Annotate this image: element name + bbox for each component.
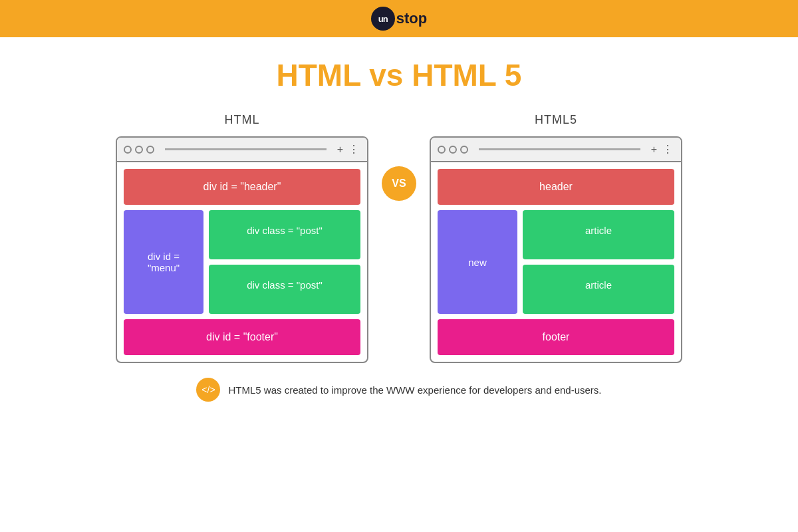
html5-side: HTML5 + ⋮ header new — [430, 113, 682, 363]
html-posts-col: div class = "post" div class = "post" — [209, 210, 360, 314]
code-icon: </> — [196, 378, 220, 402]
html-footer-block: div id = "footer" — [124, 319, 360, 355]
page-title: HTML vs HTML 5 — [277, 57, 522, 93]
html5-circle-1 — [438, 146, 446, 154]
browser-dots: ⋮ — [348, 143, 360, 156]
html5-browser-toolbar: + ⋮ — [431, 138, 681, 162]
html5-nav-block: new — [438, 210, 517, 314]
html5-browser-body: header new article article footer — [431, 162, 681, 362]
html5-article2-block: article — [523, 265, 674, 314]
html5-label: HTML5 — [430, 113, 682, 127]
circle-1 — [124, 146, 132, 154]
html-post1-block: div class = "post" — [209, 210, 360, 259]
comparison-area: HTML + ⋮ div id = "header" div id = "men — [40, 113, 758, 363]
html5-browser-mock: + ⋮ header new article article footer — [430, 136, 682, 363]
html5-circle-3 — [460, 146, 468, 154]
main-content: HTML vs HTML 5 HTML + ⋮ div id = "header… — [0, 37, 798, 532]
logo-text: stop — [396, 10, 427, 27]
html-middle-row: div id = "menu" div class = "post" div c… — [124, 210, 360, 314]
html5-article1-block: article — [523, 210, 674, 259]
html-side: HTML + ⋮ div id = "header" div id = "men — [116, 113, 368, 363]
logo: un stop — [371, 7, 427, 31]
html5-browser-circles — [438, 146, 468, 154]
html-post2-block: div class = "post" — [209, 265, 360, 314]
html5-browser-dots: ⋮ — [662, 143, 674, 156]
html-label: HTML — [116, 113, 368, 127]
html5-browser-plus: + — [651, 144, 657, 156]
footer-note-text: HTML5 was created to improve the WWW exp… — [228, 384, 601, 396]
html-browser-body: div id = "header" div id = "menu" div cl… — [117, 162, 367, 362]
footer-note: </> HTML5 was created to improve the WWW… — [196, 378, 601, 402]
html5-header-block: header — [438, 169, 674, 205]
html5-articles-col: article article — [523, 210, 674, 314]
logo-icon: un — [371, 7, 395, 31]
html5-url-bar — [479, 148, 640, 150]
html-browser-toolbar: + ⋮ — [117, 138, 367, 162]
circle-3 — [146, 146, 154, 154]
html-browser-circles — [124, 146, 154, 154]
browser-plus: + — [337, 144, 343, 156]
vs-badge: VS — [382, 166, 416, 201]
html-url-bar — [165, 148, 327, 150]
logo-circle-text: un — [378, 14, 388, 24]
circle-2 — [135, 146, 143, 154]
html-menu-block: div id = "menu" — [124, 210, 203, 314]
html-browser-mock: + ⋮ div id = "header" div id = "menu" di… — [116, 136, 368, 363]
html5-circle-2 — [449, 146, 457, 154]
html5-middle-row: new article article — [438, 210, 674, 314]
html-header-block: div id = "header" — [124, 169, 360, 205]
html5-footer-block: footer — [438, 319, 674, 355]
top-bar: un stop — [0, 0, 798, 37]
